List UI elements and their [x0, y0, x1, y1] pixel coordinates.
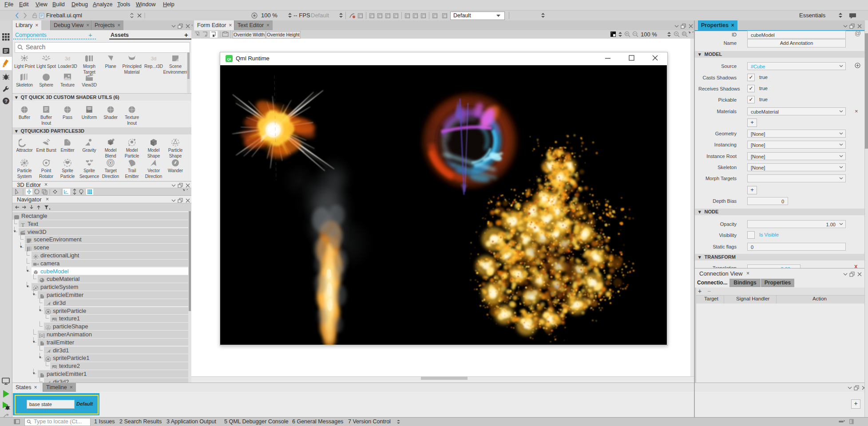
svg-text:3d: 3d [151, 56, 156, 61]
svg-text:M: M [109, 141, 112, 145]
svg-text:T: T [21, 222, 24, 228]
svg-text:Qt: Qt [227, 57, 231, 61]
svg-text:A: A [205, 34, 207, 37]
svg-text:Set: Set [87, 109, 92, 113]
svg-text:3d: 3d [65, 56, 70, 61]
svg-text:?: ? [4, 99, 8, 104]
